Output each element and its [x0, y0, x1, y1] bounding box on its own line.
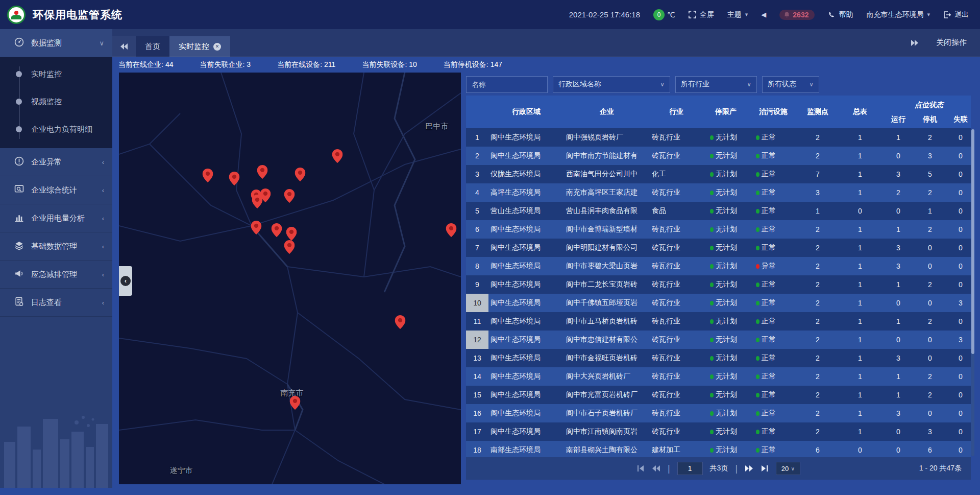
sidebar-subitem-实时监控[interactable]: 实时监控	[0, 60, 112, 88]
layers-icon	[14, 241, 24, 252]
table-row[interactable]: 15阆中生态环境局阆中市光富页岩机砖厂砖瓦行业无计划正常21120	[466, 386, 971, 404]
last-page-button[interactable]	[761, 465, 769, 472]
sidebar-subitem-label: 实时监控	[31, 69, 62, 79]
enterprise-table: 行政区域 企业 行业 停限产 治污设施 监测点 总表 点位状态 运行 停机 失联…	[466, 96, 971, 457]
org-name: 南充市生态环境局	[866, 10, 923, 19]
table-row[interactable]: 1阆中生态环境局阆中强锐页岩砖厂砖瓦行业无计划正常21120	[466, 128, 971, 147]
table-row[interactable]: 6阆中生态环境局阆中市金博瑞新型墙材砖瓦行业无计划正常21120	[466, 220, 971, 239]
cell-company: 阆中千佛镇五郎垭页岩	[564, 298, 650, 308]
fullscreen-button[interactable]: 全屏	[689, 10, 714, 19]
map-marker-pin[interactable]	[252, 195, 262, 208]
tab-实时监控[interactable]: 实时监控✕	[169, 36, 230, 57]
close-icon[interactable]: ✕	[213, 43, 221, 51]
sidebar-item-数据监测[interactable]: 数据监测∨	[0, 29, 112, 57]
sidebar-subitem-视频监控[interactable]: 视频监控	[0, 88, 112, 115]
table-row[interactable]: 18南部生态环境局南部县砌兴土陶有限公建材加工无计划正常60060	[466, 441, 971, 457]
theme-dropdown[interactable]: 主题 ▾	[727, 10, 748, 19]
table-row[interactable]: 17阆中生态环境局阆中市江南镇阆南页岩砖瓦行业无计划正常21030	[466, 422, 971, 441]
cell-company: 阆中市枣碧大梁山页岩	[564, 262, 650, 271]
sidebar-item-label: 企业用电量分析	[31, 214, 95, 223]
notification-badge[interactable]: 2632	[779, 10, 815, 20]
col-facility: 治污设施	[749, 96, 798, 128]
cell-row-number: 5	[466, 202, 488, 220]
table-row[interactable]: 7阆中生态环境局阆中明阳建材有限公司砖瓦行业无计划正常21300	[466, 239, 971, 257]
cell-company: 阆中市南方节能建材有	[564, 151, 650, 160]
sidebar-item-应急减排管理[interactable]: 应急减排管理‹	[0, 261, 112, 289]
sidebar-item-企业异常[interactable]: 企业异常‹	[0, 148, 112, 176]
name-filter-input[interactable]	[466, 76, 548, 93]
table-row[interactable]: 5营山生态环境局营山县润丰肉食品有限食品无计划正常10010	[466, 202, 971, 220]
map-marker-pin[interactable]	[203, 169, 213, 182]
sidebar-bottom-accent	[0, 488, 112, 495]
map-marker-pin[interactable]	[257, 165, 267, 179]
cell-meters: 0	[838, 207, 883, 215]
table-row[interactable]: 4高坪生态环境局南充市高坪区王家店建砖瓦行业无计划正常31220	[466, 183, 971, 202]
first-page-button[interactable]	[636, 465, 645, 472]
close-operations-button[interactable]: 关闭操作	[936, 38, 967, 48]
logout-button[interactable]: 退出	[943, 10, 969, 19]
sidebar-nav: 数据监测∨实时监控视频监控企业电力负荷明细企业异常‹企业综合统计‹企业用电量分析…	[0, 29, 112, 317]
cell-industry: 砖瓦行业	[650, 353, 703, 363]
table-row[interactable]: 3仪陇生态环境局西南油气田分公司川中化工无计划正常71350	[466, 165, 971, 183]
page-number-input[interactable]	[677, 462, 703, 475]
map-marker-pin[interactable]	[290, 396, 301, 410]
cell-industry: 砖瓦行业	[650, 262, 703, 271]
region-filter-select[interactable]: 行政区域名称 ∨	[553, 76, 670, 93]
table-row[interactable]: 13阆中生态环境局阆中市金福旺页岩机砖砖瓦行业无计划正常21300	[466, 349, 971, 367]
table-row[interactable]: 16阆中生态环境局阆中市石子页岩机砖厂砖瓦行业无计划正常21300	[466, 404, 971, 422]
sidebar-item-日志查看[interactable]: 日志查看‹	[0, 289, 112, 317]
map-marker-pin[interactable]	[295, 168, 306, 181]
cell-lost: 0	[946, 262, 971, 270]
datetime-display: 2021-02-25 17:46:18	[569, 10, 640, 19]
cell-row-number: 16	[466, 404, 488, 422]
status-dot-icon	[710, 264, 714, 269]
map-collapse-button[interactable]: ‹	[119, 266, 132, 296]
sidebar-item-基础数据管理[interactable]: 基础数据管理‹	[0, 232, 112, 261]
map-marker-pin[interactable]	[286, 227, 297, 241]
map-marker-pin[interactable]	[229, 172, 239, 185]
table-scrollbar[interactable]	[971, 129, 974, 456]
double-chevron-right-icon[interactable]	[911, 39, 919, 46]
map-marker-pin[interactable]	[284, 240, 295, 254]
tab-首页[interactable]: 首页	[136, 36, 169, 57]
table-row[interactable]: 10阆中生态环境局阆中千佛镇五郎垭页岩砖瓦行业无计划正常21003	[466, 294, 971, 312]
table-row[interactable]: 8阆中生态环境局阆中市枣碧大梁山页岩砖瓦行业无计划异常21300	[466, 257, 971, 275]
cell-facility-status: 正常	[749, 317, 798, 326]
help-button[interactable]: 帮助	[828, 10, 853, 19]
table-row[interactable]: 12阆中生态环境局阆中市忠信建材有限公砖瓦行业无计划正常21003	[466, 331, 971, 349]
map-marker-pin[interactable]	[251, 221, 261, 234]
cell-meters: 1	[838, 391, 883, 399]
sidebar-item-企业用电量分析[interactable]: 企业用电量分析‹	[0, 204, 112, 232]
page-size-select[interactable]: 20 ∨	[776, 462, 800, 475]
map-marker-pin[interactable]	[332, 149, 343, 163]
org-dropdown[interactable]: 南充市生态环境局 ▾	[866, 10, 930, 19]
sidebar-subitem-企业电力负荷明细[interactable]: 企业电力负荷明细	[0, 115, 112, 143]
status-stat: 当前失联设备:10	[362, 60, 416, 69]
cell-run: 0	[883, 428, 914, 436]
next-page-button[interactable]	[745, 465, 753, 472]
cell-row-number: 4	[466, 183, 488, 202]
tabs-scroll-left-button[interactable]	[112, 36, 136, 57]
sidebar-item-企业综合统计[interactable]: 企业综合统计‹	[0, 176, 112, 204]
map-panel[interactable]: 巴中市南充市遂宁市 ‹	[119, 73, 461, 484]
table-row[interactable]: 9阆中生态环境局阆中市二龙长宝页岩砖砖瓦行业无计划正常21120	[466, 275, 971, 294]
table-row[interactable]: 11阆中生态环境局阆中市五马桥页岩机砖砖瓦行业无计划正常21120	[466, 312, 971, 331]
col-lost: 失联	[946, 111, 975, 128]
map-marker-pin[interactable]	[284, 189, 295, 203]
temperature-unit: ℃	[667, 11, 675, 19]
map-marker-pin[interactable]	[446, 223, 457, 237]
prev-page-button[interactable]	[652, 465, 660, 472]
status-filter-select[interactable]: 所有状态 ∨	[762, 76, 819, 93]
industry-filter-select[interactable]: 所有行业 ∨	[675, 76, 757, 93]
cell-industry: 砖瓦行业	[650, 409, 703, 418]
map-marker-pin[interactable]	[271, 223, 282, 237]
speaker-muted-icon: ◀	[761, 11, 766, 18]
mute-button[interactable]: ◀	[761, 11, 766, 18]
cell-run: 1	[883, 391, 914, 399]
cell-industry: 砖瓦行业	[650, 372, 703, 381]
map-marker-pin[interactable]	[395, 315, 405, 329]
cell-points: 2	[798, 317, 838, 325]
table-row[interactable]: 2阆中生态环境局阆中市南方节能建材有砖瓦行业无计划正常21030	[466, 147, 971, 165]
table-row[interactable]: 14阆中生态环境局阆中大兴页岩机砖厂砖瓦行业无计划正常21120	[466, 367, 971, 386]
cell-region: 阆中生态环境局	[488, 390, 564, 399]
